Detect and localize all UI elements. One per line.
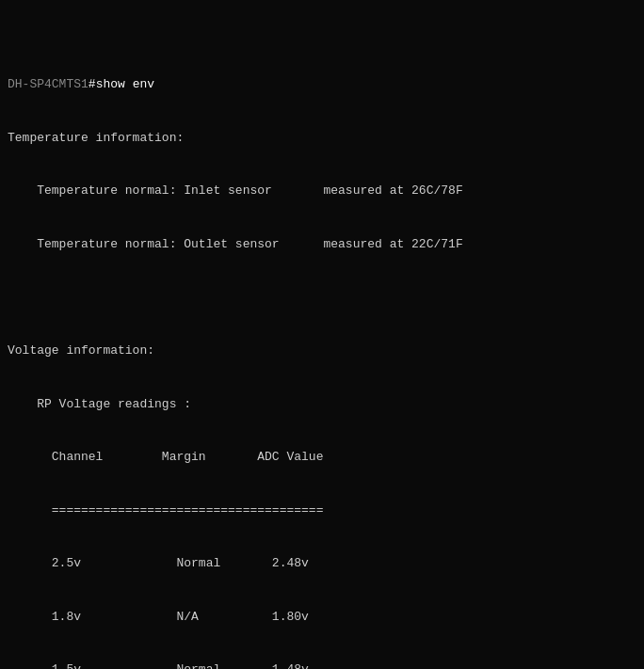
volt-row-1-3: 1.5v Normal 1.48v	[8, 661, 636, 669]
terminal-window: DH-SP4CMTS1#show env Temperature informa…	[8, 6, 636, 669]
cmd-1: #show env	[89, 77, 154, 91]
prompt-1: DH-SP4CMTS1	[8, 77, 89, 91]
volt-row-1-2: 1.8v N/A 1.80v	[8, 609, 636, 627]
temp-header-1: Temperature information:	[8, 130, 636, 148]
volt-table-header-1: Channel Margin ADC Value	[8, 449, 636, 467]
blank-1	[8, 290, 636, 308]
volt-separator-1: =====================================	[8, 502, 636, 520]
volt-row-1-1: 2.5v Normal 2.48v	[8, 555, 636, 573]
temp-outlet-1: Temperature normal: Outlet sensor measur…	[8, 236, 636, 254]
volt-header-1: Voltage information:	[8, 342, 636, 360]
prompt-line-1: DH-SP4CMTS1#show env	[8, 76, 636, 94]
temp-inlet-1: Temperature normal: Inlet sensor measure…	[8, 183, 636, 200]
volt-sub-1: RP Voltage readings :	[8, 396, 636, 414]
